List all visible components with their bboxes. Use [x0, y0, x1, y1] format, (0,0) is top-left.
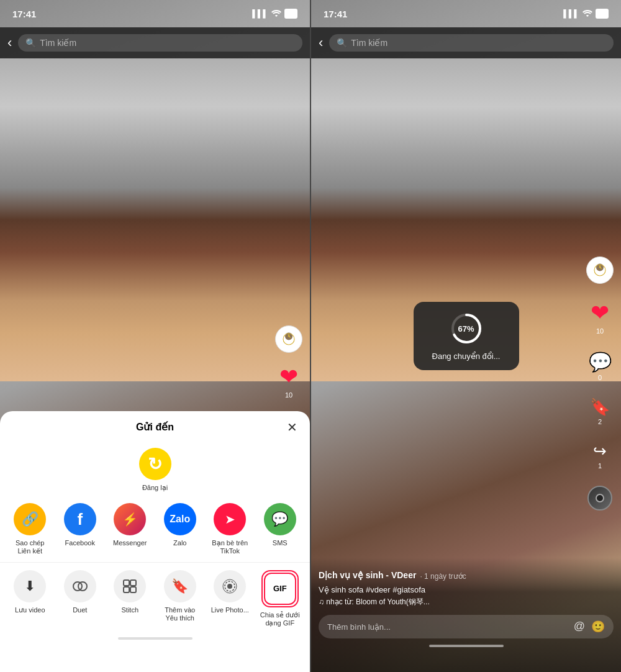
bookmark-count-right: 2	[598, 418, 602, 425]
search-input-right[interactable]: 🔍 Tìm kiếm	[329, 34, 614, 52]
share-item-livephoto[interactable]: Live Photo...	[208, 570, 252, 627]
heart-icon-left: ❤	[279, 364, 298, 390]
wifi-icon-left	[271, 9, 281, 19]
comment-icon-right: 💬	[589, 351, 612, 373]
share-row-3: ⬇ Lưu video Duet	[0, 568, 310, 630]
music-button-right[interactable]	[587, 486, 612, 511]
close-button[interactable]: ✕	[287, 420, 297, 435]
right-phone: 17:41 ▌▌▌ 46 ‹ 🔍 Tìm kiếm 67% Đang c	[311, 0, 621, 672]
progress-percent: 67%	[458, 324, 474, 333]
share-item-link[interactable]: 🔗 Sao chép Liên kết	[8, 503, 52, 555]
share-arrow-icon-right: ↪	[593, 442, 607, 461]
music-disc-icon	[587, 486, 612, 511]
livephoto-icon	[214, 570, 246, 602]
bntiktok-label: Bạn bè trên TikTok	[208, 539, 252, 555]
link-label: Sao chép Liên kết	[8, 539, 52, 555]
avatar-left	[275, 325, 302, 353]
comment-count-right: 0	[598, 374, 602, 381]
bottom-overlay-right: Dịch vụ vệ sinh - VDeer · 1 ngày trước V…	[311, 558, 621, 672]
zalo-label: Zalo	[173, 539, 186, 547]
share-row-1: ↻ Đăng lại	[0, 443, 310, 497]
favorite-icon: 🔖	[164, 570, 196, 602]
svg-rect-6	[124, 587, 129, 593]
sms-icon: 💬	[264, 503, 296, 535]
like-button-left[interactable]: ❤ 10	[279, 364, 298, 399]
share-item-messenger[interactable]: ⚡ Messenger	[108, 503, 152, 555]
download-icon: ⬇	[14, 570, 46, 602]
home-indicator-left	[118, 637, 193, 640]
wifi-icon-right	[582, 9, 592, 19]
favorite-label: Thêm vào Yêu thích	[158, 606, 202, 622]
status-time-right: 17:41	[324, 9, 347, 19]
duet-label: Duet	[73, 606, 87, 614]
battery-badge-right: 46	[596, 9, 609, 19]
video-author: Dịch vụ vệ sinh - VDeer	[319, 570, 416, 580]
progress-ring: 67%	[450, 312, 483, 345]
zalo-icon: Zalo	[164, 503, 196, 535]
search-bar-left: ‹ 🔍 Tìm kiếm	[0, 27, 310, 58]
bookmark-icon-right: 🔖	[590, 397, 610, 417]
mention-icon[interactable]: @	[574, 620, 585, 633]
search-icon-right: 🔍	[337, 38, 347, 48]
status-icons-right: ▌▌▌ 46	[563, 9, 609, 19]
svg-rect-4	[124, 580, 129, 586]
search-input-left[interactable]: 🔍 Tìm kiếm	[18, 34, 302, 52]
back-button-right[interactable]: ‹	[319, 35, 323, 51]
share-item-favorite[interactable]: 🔖 Thêm vào Yêu thích	[158, 570, 202, 627]
share-item-reload[interactable]: ↻ Đăng lại	[134, 448, 177, 492]
messenger-label: Messenger	[113, 539, 147, 547]
bntiktok-icon: ➤	[214, 503, 246, 535]
share-item-bntiktok[interactable]: ➤ Bạn bè trên TikTok	[208, 503, 252, 555]
share-item-download[interactable]: ⬇ Lưu video	[8, 570, 52, 627]
heart-icon-right: ❤	[591, 300, 609, 326]
share-button-right[interactable]: ↪ 1	[593, 442, 607, 470]
share-item-zalo[interactable]: Zalo Zalo	[158, 503, 202, 555]
facebook-icon: f	[64, 503, 96, 535]
share-row-2: 🔗 Sao chép Liên kết f Facebook ⚡ Messeng…	[0, 503, 310, 555]
search-placeholder-left: Tìm kiếm	[40, 38, 76, 48]
home-indicator-right	[429, 645, 504, 647]
svg-rect-5	[130, 580, 136, 586]
comment-button-right[interactable]: 💬 0	[589, 351, 612, 381]
gif-icon: GIF	[264, 573, 296, 605]
status-bar-right: 17:41 ▌▌▌ 46	[311, 0, 621, 27]
like-button-right[interactable]: ❤ 10	[591, 300, 609, 335]
status-bar-left: 17:41 ▌▌▌ 46	[0, 0, 310, 27]
music-disc-center	[596, 494, 604, 502]
like-count-left: 10	[285, 391, 292, 399]
signal-icon-right: ▌▌▌	[563, 9, 579, 18]
bookmark-button-right[interactable]: 🔖 2	[590, 397, 610, 425]
sofa-video-area	[0, 58, 310, 381]
signal-icon-left: ▌▌▌	[252, 9, 268, 18]
reload-label: Đăng lại	[142, 484, 168, 492]
video-time-ago: · 1 ngày trước	[420, 572, 466, 581]
share-item-gif[interactable]: GIF Chia sẻ dưới dạng GIF	[258, 570, 302, 627]
share-item-stitch[interactable]: Stitch	[108, 570, 152, 627]
battery-badge-left: 46	[284, 9, 297, 19]
left-phone: 17:41 ▌▌▌ 46 ‹ 🔍 Tìm kiếm	[0, 0, 310, 672]
stitch-label: Stitch	[121, 606, 138, 614]
gif-label: Chia sẻ dưới dạng GIF	[258, 611, 302, 627]
back-button-left[interactable]: ‹	[7, 35, 12, 51]
facebook-label: Facebook	[65, 539, 95, 547]
share-item-facebook[interactable]: f Facebook	[58, 503, 102, 555]
gif-outer-border: GIF	[261, 570, 299, 607]
share-header: Gửi đến ✕	[0, 421, 310, 433]
comment-placeholder-right: Thêm bình luận...	[327, 622, 569, 632]
link-icon: 🔗	[14, 503, 46, 535]
video-tags: Vệ sinh sofa #vdeer #giatsofa	[319, 585, 576, 594]
status-time-left: 17:41	[12, 9, 36, 19]
share-item-duet[interactable]: Duet	[58, 570, 102, 627]
avatar-right	[586, 257, 614, 284]
share-item-sms[interactable]: 💬 SMS	[258, 503, 302, 555]
like-count-right: 10	[596, 327, 604, 335]
stitch-icon	[114, 570, 146, 602]
search-bar-right: ‹ 🔍 Tìm kiếm	[311, 27, 621, 58]
video-music: ♫ nhạc từ: Bloom of Youth(钢琴...	[319, 597, 576, 607]
comment-bar-right[interactable]: Thêm bình luận... @ 🙂	[319, 615, 614, 638]
search-placeholder-right: Tìm kiếm	[351, 38, 388, 48]
video-info-section: Dịch vụ vệ sinh - VDeer · 1 ngày trước V…	[319, 570, 576, 607]
divider-share	[0, 562, 310, 563]
emoji-icon[interactable]: 🙂	[591, 620, 605, 633]
status-icons-left: ▌▌▌ 46	[252, 9, 297, 19]
